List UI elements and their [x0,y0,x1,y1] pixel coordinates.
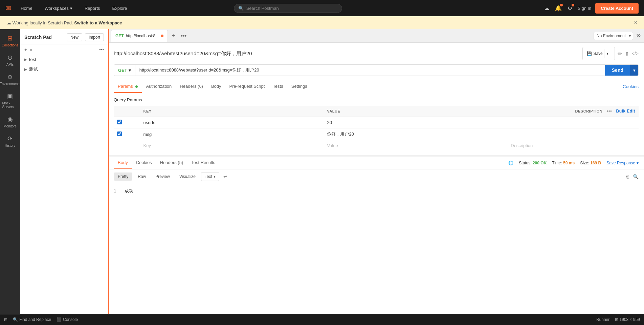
sign-in-button[interactable]: Sign In [578,6,591,11]
method-url-row: GET ▾ Send ▾ [114,64,639,76]
sidebar-item-environments[interactable]: ⊕ Environments [1,70,19,88]
cloud-icon[interactable]: ☁ [543,4,551,12]
request-tabs: Params Authorization Headers (6) Body Pr… [108,80,644,93]
cookies-link[interactable]: Cookies [623,84,639,89]
sidebar-item-monitors[interactable]: ◉ Monitors [1,113,19,131]
time-label: Time: 59 ms [552,161,575,165]
tab-settings[interactable]: Settings [287,80,311,93]
body-tab-visualize[interactable]: Visualize [175,172,200,181]
search-icon[interactable]: 🔍 [633,174,639,179]
left-panel: Scratch Pad New Import + ≡ ••• ▶ test ▶ … [20,29,108,314]
request-tab[interactable]: GET http://localhost:8... [111,30,168,42]
tab-tests[interactable]: Tests [269,80,287,93]
share-icon[interactable]: ⬆ [625,50,629,57]
bulk-edit-button[interactable]: Bulk Edit [616,109,635,114]
sidebar-item-history[interactable]: ⟳ History [1,132,19,150]
more-options-icon[interactable]: ••• [99,47,104,52]
top-navigation: ✉ Home Workspaces ▾ Reports Explore 🔍 Se… [0,0,644,16]
key-placeholder[interactable]: Key [143,143,151,148]
response-tab-cookies[interactable]: Cookies [132,157,156,169]
save-button[interactable]: 💾 Save ▾ [582,47,615,60]
new-button[interactable]: New [67,33,82,41]
send-button[interactable]: Send [605,65,630,76]
column-options-button[interactable]: ••• [606,108,612,114]
reports-nav[interactable]: Reports [82,4,103,12]
tab-params[interactable]: Params [114,80,142,93]
row-checkbox[interactable] [117,120,122,124]
value-placeholder[interactable]: Value [327,143,338,148]
console-button[interactable]: ⬛ Console [57,317,78,322]
add-tab-button[interactable]: + [169,31,178,41]
sidebar-item-label: Mock Servers [2,101,18,109]
import-button[interactable]: Import [85,33,104,41]
panel-actions: New Import [67,33,104,41]
url-input[interactable] [135,65,605,76]
collection-item-test[interactable]: ▶ test [20,55,108,64]
code-icon[interactable]: </> [632,51,639,56]
switch-workspace-link[interactable]: Switch to a Workspace [74,20,122,25]
sidebar-item-mock-servers[interactable]: ▣ Mock Servers [1,90,19,111]
bottom-bar-right: Runner ⊞ 644 × 325 [596,317,640,322]
value-cell: 20 [324,117,507,128]
console-label: Console [63,317,78,322]
find-replace-button[interactable]: 🔍 Find and Replace [13,317,51,322]
request-area: http://localhost:8088/web/test?userId=20… [108,43,644,80]
cloud-icon: ☁ [7,20,13,25]
filter-icon[interactable]: ≡ [30,47,32,52]
create-account-button[interactable]: Create Account [595,3,639,14]
console-icon: ⬛ [57,317,62,322]
search-bar[interactable]: 🔍 Search Postman [234,4,342,13]
response-tab-headers[interactable]: Headers (5) [156,157,187,169]
tab-pre-request[interactable]: Pre-request Script [225,80,269,93]
find-replace-icon: 🔍 [13,317,18,322]
banner-close-button[interactable]: × [634,20,637,26]
sidebar-item-collections[interactable]: ⊞ Collections [1,32,19,50]
postman-logo: ✉ [5,4,11,12]
environment-selector[interactable]: No Environment ▾ [594,32,633,40]
save-response-button[interactable]: Save Response ▾ [606,161,639,165]
key-column-header: KEY [140,106,324,117]
collection-item-ceshi[interactable]: ▶ 测试 [20,64,108,74]
bell-icon[interactable]: 🔔 [555,4,562,12]
sidebar-toggle-icon[interactable]: ⊟ [4,317,7,322]
runner-label[interactable]: Runner [596,317,609,322]
body-tab-raw[interactable]: Raw [134,172,150,181]
response-tab-body[interactable]: Body [114,157,132,169]
method-label: GET [118,68,127,73]
tab-modified-indicator [161,35,163,37]
collection-name: test [29,57,36,62]
wrap-icon[interactable]: ⇌ [223,174,227,179]
params-section: Query Params KEY VALUE DESCRIPTION ••• B… [108,93,644,155]
tab-body[interactable]: Body [207,80,225,93]
settings-badge [572,4,574,6]
save-dropdown-arrow[interactable]: ▾ [604,49,610,58]
tab-authorization[interactable]: Authorization [142,80,176,93]
active-indicator [108,29,109,314]
top-nav-right: ☁ 🔔 ⚙ Sign In Create Account [543,3,639,14]
edit-icon[interactable]: ✏ [618,50,622,57]
body-tab-pretty[interactable]: Pretty [114,172,132,181]
add-collection-icon[interactable]: + [24,47,27,52]
response-tab-test-results[interactable]: Test Results [187,157,219,169]
desc-placeholder[interactable]: Description [511,143,533,148]
eye-icon[interactable]: 👁 [636,33,641,39]
workspaces-nav[interactable]: Workspaces ▾ [42,4,75,12]
sidebar-item-label: Monitors [3,124,16,128]
settings-icon[interactable]: ⚙ [566,4,574,12]
environment-dropdown[interactable]: No Environment [594,32,633,40]
body-format-selector[interactable]: Text ▾ [201,172,219,181]
more-tabs-button[interactable]: ••• [180,32,188,40]
method-selector[interactable]: GET ▾ [114,65,135,76]
sidebar-item-apis[interactable]: ⊙ APIs [1,51,19,69]
body-tab-preview[interactable]: Preview [151,172,174,181]
tab-headers[interactable]: Headers (6) [176,80,207,93]
row-checkbox[interactable] [117,131,122,136]
status-value: 200 OK [533,161,547,165]
home-nav[interactable]: Home [18,4,35,12]
params-table: KEY VALUE DESCRIPTION ••• Bulk Edit [114,106,639,151]
notification-badge [560,4,563,6]
send-dropdown-button[interactable]: ▾ [630,65,638,76]
explore-nav[interactable]: Explore [110,4,130,12]
check-column-header [114,106,140,117]
copy-icon[interactable]: ⎘ [626,174,629,179]
